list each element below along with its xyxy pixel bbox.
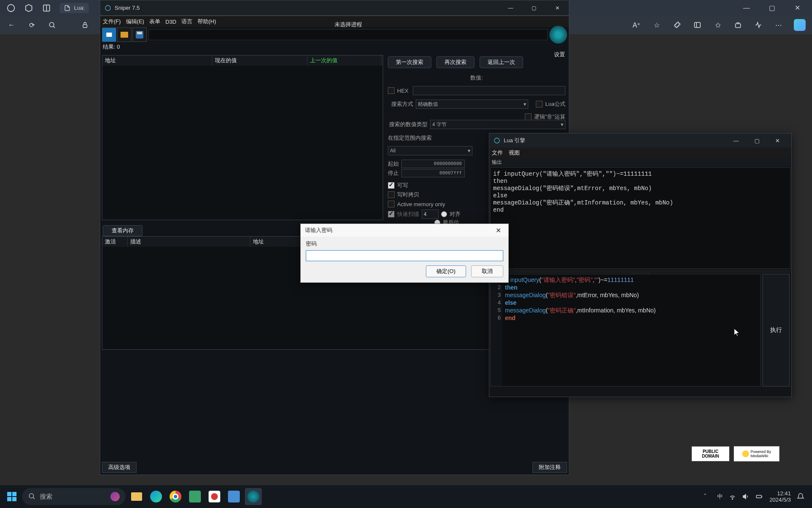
chrome-icon [170,491,181,502]
taskbar-explorer[interactable] [128,488,145,505]
dialog-close-button[interactable]: ✕ [492,226,504,235]
performance-icon[interactable] [753,20,763,30]
wifi-icon[interactable] [729,493,736,500]
execute-button[interactable]: 执行 [763,274,790,387]
taskbar-app-2[interactable] [206,488,223,505]
sniper-minimize-button[interactable]: — [499,1,522,15]
mediawiki-badge[interactable]: Powered By MediaWiki [734,446,779,461]
fast-scan-checkbox[interactable] [388,211,395,218]
lua-menu-view[interactable]: 视图 [509,149,520,157]
battery-icon[interactable] [756,493,763,500]
not-op-checkbox[interactable] [525,113,532,120]
advanced-options-button[interactable]: 高级选项 [102,462,137,473]
menu-edit[interactable]: 编辑(E) [126,18,144,25]
volume-icon[interactable] [742,493,750,500]
active-mem-checkbox[interactable] [388,201,395,207]
ce-logo-icon[interactable] [549,26,567,44]
taskbar-app-1[interactable] [187,488,203,505]
lua-formula-checkbox[interactable] [536,101,543,108]
notifications-icon[interactable] [797,493,804,500]
value-input[interactable] [413,86,565,95]
dialog-title-text: 请输入密码 [305,226,332,234]
undo-scan-button[interactable]: 返回上一次 [480,56,523,68]
star-icon[interactable]: ☆ [652,20,662,30]
back-icon[interactable]: ← [6,20,16,30]
taskbar-edge[interactable] [148,488,165,505]
stop-label: 停止 [388,169,399,177]
tray-ime[interactable]: 中 [717,493,723,500]
taskbar-app-3[interactable] [225,488,242,505]
lua-splitter[interactable] [489,270,791,273]
value-type-select[interactable]: 4 字节▾ [430,120,565,129]
add-comment-button[interactable]: 附加注释 [532,462,567,473]
taskbar-search[interactable]: 搜索 [22,488,126,505]
col-active[interactable]: 激活 [102,237,128,247]
public-domain-badge[interactable]: PUBLIC DOMAIN [691,446,730,461]
lua-titlebar: Lua 引擎 — ▢ ✕ [489,133,791,148]
first-scan-button[interactable]: 第一次搜索 [388,56,431,68]
layout-icon[interactable] [42,3,51,13]
svg-point-0 [8,4,15,11]
sniper-maximize-button[interactable]: ▢ [522,1,546,15]
col-previous[interactable]: 上一次的值 [307,55,381,66]
stop-input[interactable]: 00007fff [401,169,465,177]
browser-close-button[interactable]: ✕ [789,2,806,14]
favorites-icon[interactable]: ✩ [713,20,723,30]
save-button[interactable] [132,28,147,42]
col-current[interactable]: 现在的值 [212,55,307,66]
extensions-icon[interactable] [672,20,682,30]
view-memory-button[interactable]: 查看内存 [103,225,143,236]
workspace-icon[interactable] [6,3,16,13]
tray-clock[interactable]: 12:41 2024/5/3 [769,490,791,503]
fast-scan-input[interactable]: 4 [422,210,439,219]
open-button[interactable] [117,28,132,42]
sniper-app-icon [104,5,111,11]
tray-chevron-icon[interactable]: ˄ [704,493,711,500]
chevron-down-icon: ▾ [561,121,563,127]
copilot-icon[interactable] [794,19,806,31]
lua-code-editor[interactable]: 123456 if inputQuery("请输入密码","密码","")~=1… [490,274,761,387]
taskbar-sniper-active[interactable] [245,488,262,505]
col-description[interactable]: 描述 [128,237,250,247]
preset-select[interactable]: All▾ [388,146,472,155]
lua-app-icon [494,137,500,144]
cancel-button[interactable]: 取消 [471,265,503,277]
scan-type-select[interactable]: 精确数值▾ [416,99,528,109]
cow-checkbox[interactable] [388,191,395,198]
browser-maximize-button[interactable]: ▢ [763,2,780,14]
browser-minimize-button[interactable]: — [738,2,755,14]
menu-file[interactable]: 文件(F) [103,18,121,25]
col-address[interactable]: 地址 [102,55,212,66]
read-aloud-icon[interactable]: A⁺ [631,20,642,30]
collections-icon[interactable] [733,20,743,30]
cube-icon[interactable] [24,3,33,13]
search-icon[interactable] [47,20,57,30]
writable-checkbox[interactable] [388,182,395,189]
hex-checkbox[interactable] [388,87,395,94]
taskbar-chrome[interactable] [167,488,184,505]
start-button[interactable] [3,488,20,505]
next-scan-button[interactable]: 再次搜索 [436,56,475,68]
browser-tab[interactable]: Lua: [60,3,89,13]
sniper-close-button[interactable]: ✕ [546,1,569,15]
lua-maximize-button[interactable]: ▢ [747,134,766,147]
start-input[interactable]: 0000000000 [401,160,465,168]
lock-icon[interactable] [80,20,90,30]
code-lines: if inputQuery("请输入密码","密码","")~=11111111… [502,274,656,386]
lua-output-area[interactable]: if inputQuery("请输入密码","密码","")~=11111111… [490,167,790,269]
sniper-title-text: Sniper 7.5 [115,5,140,11]
select-process-button[interactable] [102,28,116,42]
align-radio[interactable] [441,211,447,217]
process-name-bar[interactable]: 未选择进程 [148,29,548,40]
more-icon[interactable]: ⋯ [774,20,784,30]
password-input[interactable] [306,250,503,261]
sidebar-icon[interactable] [692,20,702,30]
lua-close-button[interactable]: ✕ [768,134,787,147]
align-label: 对齐 [450,210,461,218]
lua-minimize-button[interactable]: — [727,134,746,147]
range-label: 在指定范围内搜索 [388,134,432,142]
refresh-icon[interactable]: ⟳ [27,20,37,30]
svg-line-4 [53,26,55,28]
ok-button[interactable]: 确定(O) [426,265,466,277]
lua-menu-file[interactable]: 文件 [492,149,503,157]
